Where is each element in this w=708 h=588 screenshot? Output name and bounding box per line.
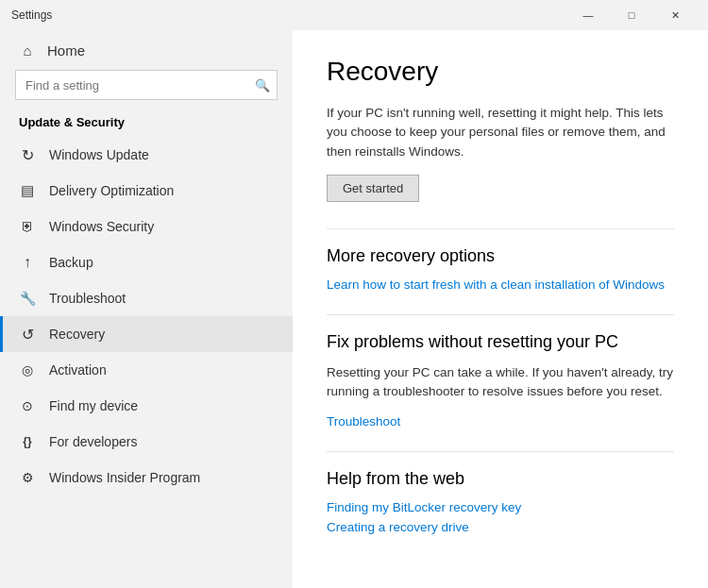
sidebar-item-windows-update[interactable]: Windows Update bbox=[0, 137, 293, 173]
app-body: Home 🔍 Update & Security Windows Update … bbox=[0, 30, 708, 588]
search-icon: 🔍 bbox=[255, 78, 270, 92]
sidebar-section-header: Update & Security bbox=[0, 111, 293, 137]
activation-icon bbox=[19, 361, 36, 378]
update-icon bbox=[19, 146, 36, 163]
backup-icon bbox=[19, 254, 36, 271]
nav-label-delivery: Delivery Optimization bbox=[49, 183, 174, 198]
nav-label-windows-update: Windows Update bbox=[49, 147, 149, 162]
nav-label-security: Windows Security bbox=[49, 219, 154, 234]
sidebar-item-find-my-device[interactable]: Find my device bbox=[0, 388, 293, 424]
titlebar-controls: — □ ✕ bbox=[566, 0, 697, 30]
titlebar-title: Settings bbox=[11, 8, 566, 22]
security-icon bbox=[19, 218, 36, 235]
sidebar-item-home[interactable]: Home bbox=[0, 30, 293, 66]
fix-problems-section: Fix problems without resetting your PC R… bbox=[327, 332, 674, 429]
nav-label-backup: Backup bbox=[49, 255, 93, 270]
nav-label-recovery: Recovery bbox=[49, 327, 105, 342]
bitlocker-link[interactable]: Finding my BitLocker recovery key bbox=[327, 500, 674, 514]
divider-3 bbox=[327, 451, 674, 452]
recovery-drive-link[interactable]: Creating a recovery drive bbox=[327, 520, 674, 534]
fix-problems-title: Fix problems without resetting your PC bbox=[327, 332, 674, 352]
delivery-icon bbox=[19, 182, 36, 199]
sidebar-item-activation[interactable]: Activation bbox=[0, 352, 293, 388]
minimize-button[interactable]: — bbox=[566, 0, 610, 30]
search-input[interactable] bbox=[15, 70, 278, 100]
home-icon bbox=[19, 42, 36, 59]
nav-label-insider: Windows Insider Program bbox=[49, 470, 200, 485]
search-box: 🔍 bbox=[15, 70, 278, 100]
more-recovery-title: More recovery options bbox=[327, 246, 674, 266]
reset-section: If your PC isn't running well, resetting… bbox=[327, 104, 674, 206]
more-recovery-section: More recovery options Learn how to start… bbox=[327, 246, 674, 292]
nav-label-find: Find my device bbox=[49, 398, 138, 413]
nav-label-developers: For developers bbox=[49, 434, 137, 449]
divider-1 bbox=[327, 228, 674, 229]
insider-icon bbox=[19, 469, 36, 486]
sidebar-item-windows-security[interactable]: Windows Security bbox=[0, 209, 293, 244]
page-title: Recovery bbox=[327, 57, 674, 87]
get-started-button[interactable]: Get started bbox=[327, 175, 419, 202]
help-web-title: Help from the web bbox=[327, 469, 674, 489]
reset-description: If your PC isn't running well, resetting… bbox=[327, 104, 674, 161]
troubleshoot-link[interactable]: Troubleshoot bbox=[327, 414, 674, 428]
maximize-button[interactable]: □ bbox=[610, 0, 653, 30]
sidebar-item-backup[interactable]: Backup bbox=[0, 244, 293, 280]
close-button[interactable]: ✕ bbox=[653, 0, 697, 30]
sidebar-item-recovery[interactable]: Recovery bbox=[0, 316, 293, 352]
content-area: Recovery If your PC isn't running well, … bbox=[293, 30, 708, 588]
find-icon bbox=[19, 397, 36, 414]
sidebar: Home 🔍 Update & Security Windows Update … bbox=[0, 30, 293, 588]
sidebar-item-windows-insider[interactable]: Windows Insider Program bbox=[0, 460, 293, 496]
divider-2 bbox=[327, 314, 674, 315]
sidebar-item-troubleshoot[interactable]: Troubleshoot bbox=[0, 280, 293, 316]
titlebar: Settings — □ ✕ bbox=[0, 0, 708, 30]
sidebar-item-for-developers[interactable]: For developers bbox=[0, 424, 293, 460]
recovery-icon bbox=[19, 326, 36, 343]
fix-problems-description: Resetting your PC can take a while. If y… bbox=[327, 363, 674, 402]
sidebar-item-delivery-optimization[interactable]: Delivery Optimization bbox=[0, 173, 293, 209]
troubleshoot-icon bbox=[19, 290, 36, 307]
clean-install-link[interactable]: Learn how to start fresh with a clean in… bbox=[327, 277, 674, 292]
sidebar-home-label: Home bbox=[47, 42, 85, 59]
nav-label-activation: Activation bbox=[49, 362, 107, 378]
developers-icon bbox=[19, 433, 36, 450]
help-web-section: Help from the web Finding my BitLocker r… bbox=[327, 469, 674, 534]
nav-label-troubleshoot: Troubleshoot bbox=[49, 291, 126, 306]
